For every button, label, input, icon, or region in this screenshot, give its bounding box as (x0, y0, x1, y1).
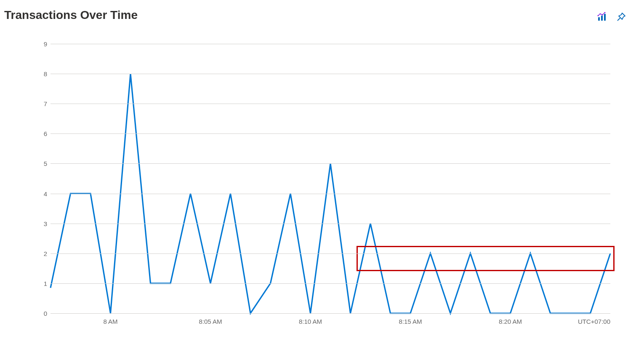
gridline (51, 194, 610, 194)
x-tick-label: 8:05 AM (199, 318, 222, 325)
gridline (51, 44, 610, 44)
svg-rect-1 (601, 16, 603, 21)
x-tick-label: 8:20 AM (499, 318, 522, 325)
x-tick-label: 8:10 AM (299, 318, 322, 325)
chart-area: UTC+07:00 01234567898 AM8:05 AM8:10 AM8:… (25, 44, 615, 330)
pin-icon[interactable] (615, 11, 627, 23)
svg-line-7 (617, 18, 620, 21)
y-tick-label: 1 (39, 280, 47, 287)
y-tick-label: 4 (39, 190, 47, 197)
header-icons (596, 8, 631, 23)
y-tick-label: 2 (39, 250, 47, 257)
gridline (51, 133, 610, 134)
y-tick-label: 5 (39, 160, 47, 167)
gridline (51, 74, 610, 74)
svg-rect-2 (604, 14, 606, 21)
gridline (51, 224, 610, 224)
highlight-annotation (357, 246, 615, 271)
chart-type-icon[interactable] (596, 11, 608, 23)
gridline (51, 313, 610, 314)
y-tick-label: 9 (39, 40, 47, 48)
gridline (51, 253, 610, 254)
svg-point-6 (604, 12, 605, 13)
gridline (51, 283, 610, 284)
timezone-label: UTC+07:00 (578, 318, 610, 325)
y-tick-label: 6 (39, 130, 47, 137)
gridline (51, 163, 610, 164)
x-tick-label: 8:15 AM (399, 318, 422, 325)
y-tick-label: 8 (39, 70, 47, 77)
svg-point-3 (597, 15, 599, 16)
y-tick-label: 0 (39, 310, 47, 317)
plot-area[interactable]: UTC+07:00 01234567898 AM8:05 AM8:10 AM8:… (51, 44, 610, 313)
x-tick-label: 8 AM (103, 318, 117, 325)
svg-point-4 (599, 13, 601, 14)
svg-rect-0 (598, 17, 600, 21)
y-tick-label: 7 (39, 100, 47, 107)
y-tick-label: 3 (39, 220, 47, 227)
chart-container: Transactions Over Time (0, 0, 644, 360)
header: Transactions Over Time (4, 8, 631, 23)
gridline (51, 104, 610, 104)
line-series-svg (51, 44, 610, 313)
chart-title: Transactions Over Time (4, 8, 138, 22)
svg-point-5 (601, 14, 603, 15)
